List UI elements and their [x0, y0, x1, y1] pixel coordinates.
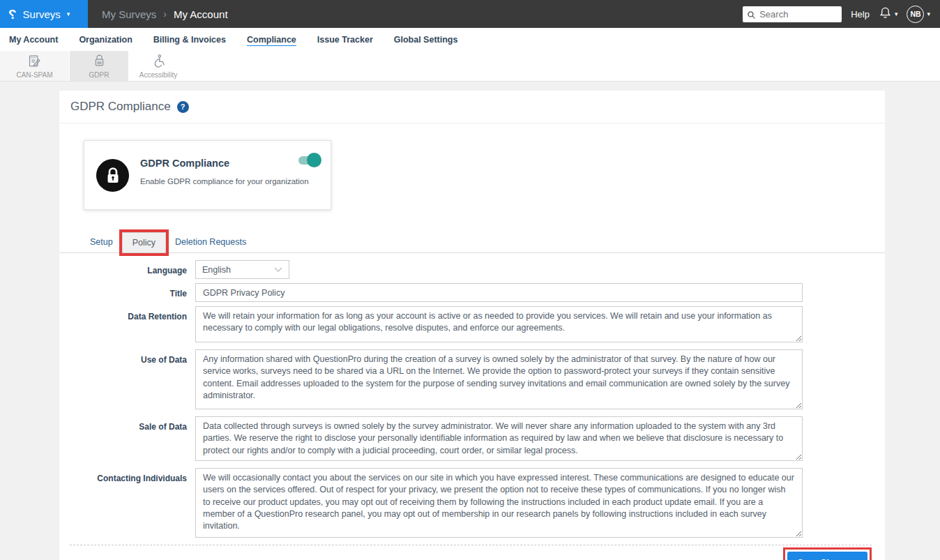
contacting-individuals-textarea[interactable]: We will occasionally contact you about t…	[195, 468, 803, 538]
bell-icon	[879, 6, 892, 22]
compliance-subtabs: CAN-SPAM GDPR Accessibility	[0, 51, 940, 82]
gdpr-toggle[interactable]	[298, 156, 319, 165]
page-title: GDPR Compliance	[70, 100, 171, 114]
annotation-highlight-save: Save Changes	[783, 547, 872, 560]
account-menu[interactable]: NB ▾	[907, 6, 930, 23]
gdpr-compliance-card: GDPR Compliance Enable GDPR compliance f…	[84, 140, 331, 210]
breadcrumb-separator-icon: ›	[163, 8, 167, 20]
subtab-label: Accessibility	[139, 71, 177, 79]
title-input[interactable]	[195, 283, 803, 302]
notifications-menu[interactable]: ▾	[879, 6, 898, 22]
save-changes-button[interactable]: Save Changes	[787, 552, 867, 560]
data-retention-textarea[interactable]: We will retain your information for as l…	[195, 306, 803, 342]
language-label: Language	[59, 260, 195, 279]
tab-organization[interactable]: Organization	[79, 35, 132, 45]
chevron-down-icon: ▾	[67, 11, 70, 17]
data-retention-label: Data Retention	[59, 306, 195, 345]
search-input[interactable]	[743, 6, 842, 22]
card-subtitle: Enable GDPR compliance for your organiza…	[140, 177, 318, 186]
search-icon	[747, 10, 756, 22]
divider	[70, 545, 872, 545]
tab-deletion-requests[interactable]: Deletion Requests	[174, 232, 248, 252]
breadcrumb-parent[interactable]: My Surveys	[102, 8, 156, 20]
chevron-down-icon: ▾	[927, 11, 930, 17]
chevron-down-icon: ▾	[895, 11, 898, 17]
lock-icon	[96, 159, 129, 192]
tab-policy[interactable]: Policy	[122, 232, 166, 253]
policy-form: Language English Title Data Retention We…	[59, 260, 885, 540]
wheelchair-icon	[151, 54, 166, 70]
product-switcher[interactable]: ? Surveys ▾	[0, 0, 88, 28]
product-name: Surveys	[23, 8, 61, 20]
subtab-accessibility[interactable]: Accessibility	[129, 51, 188, 81]
use-of-data-textarea[interactable]: Any information shared with QuestionPro …	[195, 349, 803, 409]
language-value: English	[202, 265, 231, 275]
annotation-highlight-policy: Policy	[119, 229, 169, 256]
subtab-label: GDPR	[89, 71, 109, 79]
tab-my-account[interactable]: My Account	[9, 35, 58, 45]
language-select[interactable]: English	[195, 260, 289, 279]
subtab-can-spam[interactable]: CAN-SPAM	[0, 51, 70, 81]
questionpro-logo-icon: ?	[8, 8, 17, 21]
help-link[interactable]: Help	[851, 9, 870, 20]
gdpr-compliance-panel: GDPR Compliance ? GDPR Compliance Enable…	[59, 91, 885, 560]
sale-of-data-label: Sale of Data	[59, 416, 195, 464]
sale-of-data-textarea[interactable]: Data collected through surveys is owned …	[195, 416, 803, 461]
tab-global-settings[interactable]: Global Settings	[394, 35, 458, 45]
breadcrumb-current: My Account	[174, 8, 228, 20]
subtab-gdpr[interactable]: GDPR	[70, 51, 129, 81]
card-title: GDPR Compliance	[140, 158, 318, 169]
chevron-down-icon	[274, 267, 282, 273]
subtab-label: CAN-SPAM	[16, 71, 52, 79]
search-box	[743, 6, 842, 22]
avatar: NB	[907, 6, 924, 23]
title-label: Title	[59, 283, 195, 302]
notepad-pencil-icon	[27, 54, 42, 70]
use-of-data-label: Use of Data	[59, 349, 195, 412]
account-nav-tabs: My Account Organization Billing & Invoic…	[0, 28, 940, 51]
tab-issue-tracker[interactable]: Issue Tracker	[317, 35, 373, 45]
contacting-individuals-label: Contacting Individuals	[59, 468, 195, 540]
help-icon[interactable]: ?	[177, 101, 189, 113]
tab-billing-invoices[interactable]: Billing & Invoices	[153, 35, 226, 45]
policy-tab-bar: Setup Policy Deletion Requests	[59, 229, 885, 253]
top-navbar: ? Surveys ▾ My Surveys › My Account Help…	[0, 0, 940, 28]
breadcrumb: My Surveys › My Account	[102, 8, 228, 20]
tab-setup[interactable]: Setup	[89, 232, 114, 252]
tab-compliance[interactable]: Compliance	[247, 35, 296, 45]
padlock-icon	[93, 54, 106, 70]
